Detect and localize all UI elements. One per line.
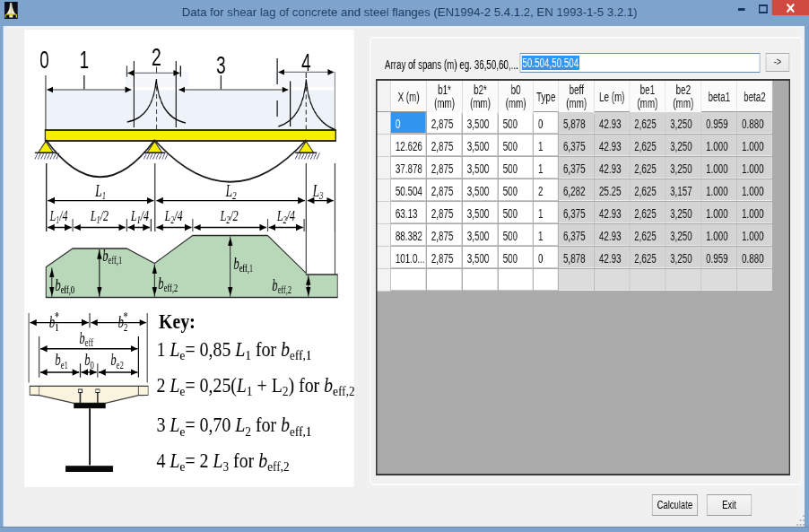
svg-text:beff: beff xyxy=(79,329,93,349)
svg-text:L1/4: L1/4 xyxy=(49,207,68,225)
svg-text:L1/4: L1/4 xyxy=(130,207,149,225)
svg-text:L2/2: L2/2 xyxy=(220,207,239,225)
svg-text:1: 1 xyxy=(80,47,90,74)
svg-text:4 Le= 2 L3 for beff,2: 4 Le= 2 L3 for beff,2 xyxy=(157,449,290,474)
svg-text:L2/4: L2/4 xyxy=(164,207,183,225)
svg-text:be2: be2 xyxy=(110,351,124,371)
svg-text:0: 0 xyxy=(39,47,49,74)
svg-text:b0: b0 xyxy=(84,351,94,371)
svg-text:Key:: Key: xyxy=(159,310,196,333)
svg-text:b2*: b2* xyxy=(118,309,128,333)
svg-text:L3: L3 xyxy=(312,181,324,202)
svg-text:L1/2: L1/2 xyxy=(90,207,109,225)
svg-text:L2: L2 xyxy=(225,181,237,202)
svg-text:L1: L1 xyxy=(94,181,106,202)
svg-text:L2/4: L2/4 xyxy=(276,207,295,225)
svg-text:3: 3 xyxy=(216,52,226,79)
svg-text:be1: be1 xyxy=(55,351,68,371)
svg-text:b1*: b1* xyxy=(49,309,59,333)
svg-text:1 Le= 0,85 L1 for beff,1: 1 Le= 0,85 L1 for beff,1 xyxy=(157,338,312,363)
svg-text:3 Le= 0,70 L2 for beff,1: 3 Le= 0,70 L2 for beff,1 xyxy=(157,414,312,439)
svg-text:2 Le= 0,25(L1 + L2) for beff,2: 2 Le= 0,25(L1 + L2) for beff,2 xyxy=(157,374,354,399)
